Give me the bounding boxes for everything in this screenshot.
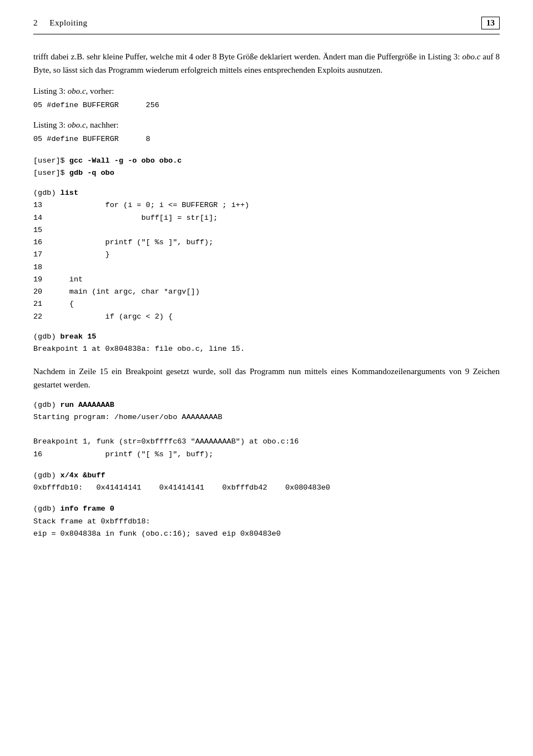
gdb-info-frame-block: (gdb) info frame 0 Stack frame at 0xbfff… [33, 503, 500, 540]
page-container: 2 Exploiting 13 trifft dabei z.B. sehr k… [0, 0, 533, 756]
paragraph-2: Nachdem in Zeile 15 ein Breakpoint geset… [33, 365, 500, 391]
listing3-before-code: 05 #define BUFFERGR 256 [33, 99, 500, 112]
page-number: 13 [481, 17, 500, 29]
page-header: 2 Exploiting 13 [33, 17, 500, 34]
listing3-before-label: Listing 3: obo.c, vorher: [33, 87, 500, 96]
p1-text-before: trifft dabei z.B. sehr kleine Puffer, we… [33, 52, 500, 74]
compile-commands: [user]$ gcc -Wall -g -o obo obo.c [user]… [33, 155, 500, 180]
chapter-number: 2 [33, 18, 38, 27]
gdb-list-block: (gdb) list 13 for (i = 0; i <= BUFFERGR … [33, 187, 500, 323]
chapter-title: Exploiting [49, 18, 87, 27]
header-chapter-title: 2 Exploiting [33, 18, 88, 28]
listing3-after-code: 05 #define BUFFERGR 8 [33, 133, 500, 145]
listing3-after-label: Listing 3: obo.c, nachher: [33, 120, 500, 130]
gdb-break-block: (gdb) break 15 Breakpoint 1 at 0x804838a… [33, 331, 500, 356]
gdb-run-block: (gdb) run AAAAAAAB Starting program: /ho… [33, 399, 500, 461]
paragraph-1: trifft dabei z.B. sehr kleine Puffer, we… [33, 50, 500, 77]
gdb-x4x-block: (gdb) x/4x &buff 0xbfffdb10: 0x41414141 … [33, 470, 500, 495]
